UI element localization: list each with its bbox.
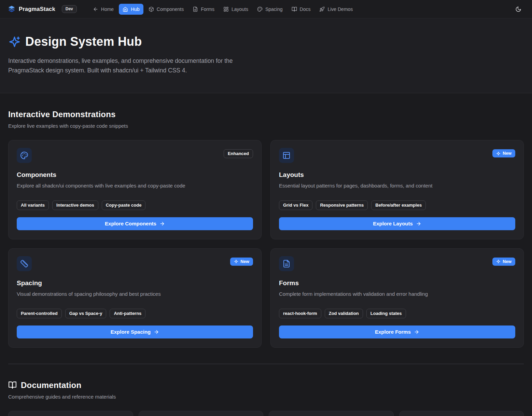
tag: Loading states — [366, 309, 406, 318]
tag: Before/after examples — [371, 200, 426, 210]
page-subtitle: Interactive demonstrations, live example… — [8, 56, 263, 75]
moon-icon — [515, 6, 521, 12]
nav-menu: Home Hub Components Forms Layouts — [89, 4, 357, 15]
new-badge: New — [230, 258, 253, 266]
tag: Responsive patterns — [316, 200, 368, 210]
new-badge: New — [492, 258, 515, 266]
arrow-left-icon — [93, 6, 98, 12]
doc-card-quick-reference[interactable]: Quick Reference Cheat sheet for lookups — [399, 411, 524, 416]
explore-spacing-button[interactable]: Explore Spacing — [17, 325, 253, 338]
tag: Parent-controlled — [17, 309, 62, 318]
brand-name: PragmaStack — [19, 6, 55, 12]
sparkles-icon — [496, 259, 501, 264]
layout-dashboard-icon — [223, 6, 229, 12]
demo-card-forms: New Forms Complete form implementations … — [270, 248, 524, 348]
palette-icon — [17, 148, 32, 163]
card-title: Forms — [279, 279, 515, 287]
enhanced-badge: Enhanced — [224, 149, 253, 158]
demo-card-components: Enhanced Components Explore all shadcn/u… — [8, 140, 262, 239]
explore-layouts-button[interactable]: Explore Layouts — [279, 217, 515, 230]
tag: Anti-patterns — [110, 309, 145, 318]
tag: react-hook-form — [279, 309, 321, 318]
demo-card-layouts: New Layouts Essential layout patterns fo… — [270, 140, 524, 239]
explore-components-button[interactable]: Explore Components — [17, 217, 253, 230]
sparkles-icon — [496, 151, 501, 156]
nav-item-forms[interactable]: Forms — [189, 4, 218, 15]
tag: All variants — [17, 200, 49, 210]
demos-section-subtitle: Explore live examples with copy-paste co… — [8, 123, 524, 129]
brand[interactable]: PragmaStack Dev — [8, 5, 77, 13]
card-title: Spacing — [17, 279, 253, 287]
tag: Gap vs Space-y — [65, 309, 107, 318]
palette-icon — [257, 6, 263, 12]
tag: Copy-paste code — [102, 200, 146, 210]
card-description: Essential layout patterns for pages, das… — [279, 182, 515, 190]
demos-section-title: Interactive Demonstrations — [8, 110, 524, 119]
layers-icon — [8, 5, 16, 13]
card-description: Complete form implementations with valid… — [279, 290, 515, 298]
tag: Interactive demos — [52, 200, 98, 210]
arrow-right-icon — [416, 221, 421, 226]
doc-card-ai-guidelines[interactable]: AI Guidelines Rules for AI code generati… — [269, 411, 394, 416]
nav-item-live-demos[interactable]: Live Demos — [316, 4, 356, 15]
sparkles-icon — [234, 259, 238, 264]
new-badge: New — [492, 149, 515, 157]
nav-item-hub[interactable]: Hub — [119, 4, 143, 15]
card-description: Explore all shadcn/ui components with li… — [17, 182, 253, 190]
main-content: Interactive Demonstrations Explore live … — [0, 110, 532, 416]
book-open-icon — [8, 381, 17, 389]
nav-item-docs[interactable]: Docs — [288, 4, 314, 15]
dev-badge: Dev — [62, 5, 77, 13]
sparkles-icon — [8, 36, 21, 48]
explore-forms-button[interactable]: Explore Forms — [279, 325, 515, 338]
hero-section: Design System Hub Interactive demonstrat… — [0, 18, 532, 93]
rocket-icon — [319, 6, 325, 12]
nav-item-components[interactable]: Components — [145, 4, 187, 15]
file-text-icon — [193, 6, 198, 12]
arrow-right-icon — [154, 329, 159, 335]
navbar: PragmaStack Dev Home Hub Components Fo — [0, 0, 532, 18]
ruler-icon — [17, 256, 32, 271]
book-open-icon — [292, 6, 297, 12]
docs-card-grid: Quick Start 5-minute crash course Comple… — [8, 411, 524, 416]
page-title: Design System Hub — [25, 34, 142, 49]
card-description: Visual demonstrations of spacing philoso… — [17, 290, 253, 298]
docs-section-subtitle: Comprehensive guides and reference mater… — [8, 394, 524, 400]
section-divider — [8, 364, 524, 364]
card-title: Layouts — [279, 171, 515, 179]
tag: Zod validation — [325, 309, 363, 318]
layout-panel-icon — [279, 148, 294, 163]
theme-toggle-button[interactable] — [512, 3, 524, 15]
arrow-right-icon — [159, 221, 165, 226]
nav-item-layouts[interactable]: Layouts — [220, 4, 252, 15]
card-title: Components — [17, 171, 253, 179]
doc-card-complete-documentation[interactable]: Complete Documentation Full design syste… — [139, 411, 264, 416]
arrow-right-icon — [414, 329, 419, 335]
box-icon — [149, 6, 154, 12]
home-icon — [123, 6, 128, 12]
nav-item-home[interactable]: Home — [89, 4, 117, 15]
nav-item-spacing[interactable]: Spacing — [253, 4, 286, 15]
demo-card-spacing: New Spacing Visual demonstrations of spa… — [8, 248, 262, 348]
file-text-icon — [279, 256, 294, 271]
doc-card-quick-start[interactable]: Quick Start 5-minute crash course — [8, 411, 133, 416]
tag: Grid vs Flex — [279, 200, 312, 210]
docs-section-title: Documentation — [8, 380, 524, 390]
demo-card-grid: Enhanced Components Explore all shadcn/u… — [8, 140, 524, 348]
